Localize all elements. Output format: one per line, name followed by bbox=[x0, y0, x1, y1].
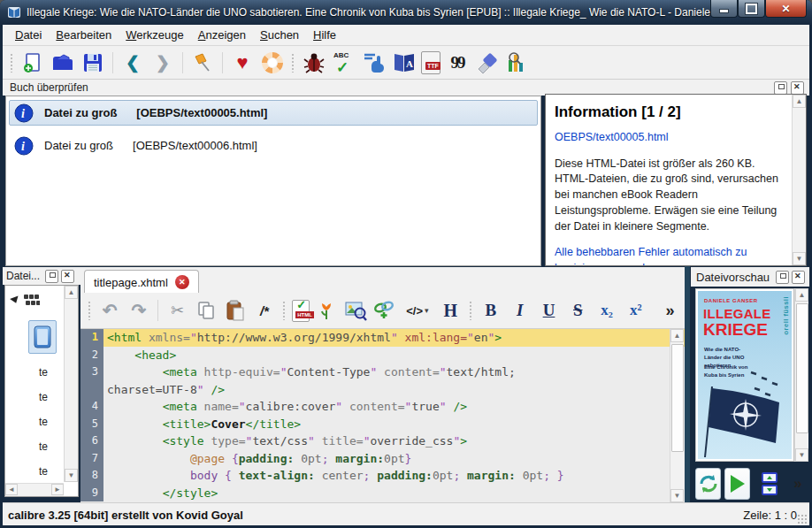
help-lifebuoy-icon[interactable] bbox=[259, 50, 286, 75]
undo-icon[interactable] bbox=[97, 298, 123, 323]
toolbar-grip[interactable] bbox=[10, 53, 14, 73]
forward-icon[interactable] bbox=[149, 50, 176, 75]
code-line[interactable]: 6 <style type="text/css" title="override… bbox=[80, 432, 685, 450]
info-file-link[interactable]: OEBPS/text00005.html bbox=[555, 130, 781, 146]
embed-fonts-ttf-icon[interactable] bbox=[421, 51, 440, 74]
close-panel-icon[interactable] bbox=[792, 271, 805, 284]
insert-tag-icon[interactable] bbox=[401, 298, 434, 323]
code-line[interactable]: 1<html xmlns="http://www.w3.org/1999/xht… bbox=[80, 329, 685, 347]
scroll-down-icon[interactable]: ▼ bbox=[670, 489, 684, 502]
play-icon[interactable] bbox=[724, 468, 750, 500]
maximize-button[interactable] bbox=[738, 0, 765, 18]
toolbar-grip[interactable] bbox=[291, 53, 295, 73]
menu-bearbeiten[interactable]: Bearbeiten bbox=[49, 26, 119, 44]
paste-icon[interactable] bbox=[223, 298, 249, 323]
dock-separator[interactable] bbox=[685, 266, 690, 502]
preview-scrollbar[interactable]: ▲ ▼ bbox=[794, 288, 808, 462]
menu-hilfe[interactable]: Hilfe bbox=[306, 26, 343, 44]
scrollbar-thumb[interactable] bbox=[671, 344, 684, 452]
split-view-icon[interactable] bbox=[759, 471, 780, 496]
code-line[interactable]: 8 body { text-align: center; padding:0pt… bbox=[80, 467, 685, 485]
overflow-chevron-icon[interactable] bbox=[787, 471, 808, 496]
beautify-text-icon[interactable] bbox=[361, 50, 387, 75]
pretty-print-html-icon[interactable] bbox=[292, 300, 310, 322]
code-editor[interactable]: 1<html xmlns="http://www.w3.org/1999/xht… bbox=[80, 329, 685, 502]
smarten-punctuation-icon[interactable] bbox=[444, 50, 471, 75]
code-line[interactable]: 4 <meta name="calibre:cover" content="tr… bbox=[80, 398, 685, 416]
code-line[interactable]: charset=UTF-8" /> bbox=[80, 381, 685, 399]
superscript-icon[interactable] bbox=[623, 298, 648, 323]
float-panel-icon[interactable] bbox=[45, 270, 58, 283]
code-line[interactable]: 9 </style> bbox=[80, 485, 685, 502]
redo-icon[interactable] bbox=[126, 298, 152, 323]
close-button[interactable]: ✕ bbox=[765, 0, 807, 18]
scroll-right-icon[interactable]: ► bbox=[51, 484, 64, 495]
bookmark-pin-icon[interactable] bbox=[189, 50, 216, 75]
code-line[interactable]: 7 @page {padding: 0pt; margin:0pt} bbox=[80, 450, 685, 468]
scroll-up-icon[interactable]: ▲ bbox=[670, 329, 684, 342]
underline-icon[interactable] bbox=[536, 298, 562, 323]
book-cover[interactable]: DANIELE GANSER ILLEGALE KRIEGE Wie die N… bbox=[698, 291, 792, 459]
code-line[interactable]: 5 <title>Cover</title> bbox=[80, 416, 685, 433]
overflow-icon[interactable] bbox=[657, 298, 683, 323]
refresh-icon[interactable] bbox=[695, 468, 721, 500]
scroll-up-icon[interactable]: ▲ bbox=[795, 288, 808, 302]
code-line[interactable]: 2 <head> bbox=[80, 347, 685, 364]
strikethrough-icon[interactable] bbox=[565, 298, 591, 323]
resize-grip[interactable] bbox=[797, 514, 808, 524]
bold-icon[interactable] bbox=[479, 298, 504, 323]
spellcheck-icon[interactable] bbox=[331, 50, 357, 75]
scroll-up-icon[interactable]: ▲ bbox=[65, 286, 78, 299]
editor-scrollbar[interactable]: ▲ ▼ bbox=[670, 329, 684, 502]
scroll-left-icon[interactable]: ◄ bbox=[5, 484, 18, 495]
check-book-bug-icon[interactable] bbox=[301, 50, 327, 75]
check-item-label: Datei zu groß bbox=[44, 106, 117, 119]
titlebar[interactable]: Illegale Kriege: Wie die NATO-Länder die… bbox=[0, 0, 812, 25]
menu-datei[interactable]: Datei bbox=[8, 26, 49, 44]
back-icon[interactable] bbox=[119, 50, 146, 75]
toolbar-grip[interactable] bbox=[282, 301, 287, 320]
toolbar-grip[interactable] bbox=[88, 301, 92, 320]
minimize-button[interactable] bbox=[710, 0, 738, 18]
scroll-up-icon[interactable]: ▲ bbox=[793, 95, 806, 108]
check-item[interactable]: iDatei zu groß[OEBPS/text00006.html] bbox=[9, 133, 538, 158]
menu-anzeigen[interactable]: Anzeigen bbox=[191, 26, 253, 44]
copy-icon[interactable] bbox=[194, 298, 219, 323]
new-file-icon[interactable] bbox=[19, 50, 46, 75]
tab-titlepage[interactable]: titlepage.xhtml ✕ bbox=[84, 270, 199, 294]
save-icon[interactable] bbox=[80, 50, 106, 75]
insert-hyperlink-icon[interactable] bbox=[372, 298, 397, 323]
float-panel-icon[interactable] bbox=[776, 271, 789, 284]
scroll-down-icon[interactable]: ▼ bbox=[795, 448, 808, 462]
subscript-icon[interactable] bbox=[594, 298, 620, 323]
close-panel-icon[interactable] bbox=[61, 270, 74, 283]
toolbar-grip[interactable] bbox=[469, 301, 473, 320]
insert-special-character-icon[interactable] bbox=[313, 298, 339, 323]
scrollbar-thumb[interactable] bbox=[796, 303, 808, 433]
cut-icon[interactable] bbox=[165, 298, 190, 323]
tab-close-icon[interactable]: ✕ bbox=[175, 275, 189, 289]
menu-werkzeuge[interactable]: Werkzeuge bbox=[119, 26, 191, 44]
fix-errors-link[interactable]: Alle behebbaren Fehler automatisch zu ko… bbox=[555, 245, 781, 266]
remove-unused-css-icon[interactable] bbox=[474, 50, 501, 75]
code-line[interactable]: 3 <meta http-equiv="Content-Type" conten… bbox=[80, 363, 685, 381]
open-book-icon[interactable] bbox=[50, 50, 76, 75]
heading-icon[interactable] bbox=[438, 298, 463, 323]
file-browser-hscrollbar[interactable]: ◄ ► bbox=[5, 483, 64, 496]
italic-icon[interactable] bbox=[507, 298, 532, 323]
check-item[interactable]: iDatei zu groß[OEBPS/text00005.html] bbox=[9, 100, 538, 126]
expand-triangle-icon[interactable] bbox=[10, 296, 20, 305]
float-panel-icon[interactable] bbox=[774, 81, 787, 95]
close-panel-icon[interactable] bbox=[791, 81, 804, 95]
scroll-down-icon[interactable]: ▼ bbox=[65, 469, 78, 482]
selected-file-titlepage[interactable] bbox=[28, 320, 57, 354]
donate-heart-icon[interactable] bbox=[229, 50, 256, 75]
menu-suchen[interactable]: Suchen bbox=[253, 26, 306, 44]
comment-icon[interactable] bbox=[252, 298, 278, 323]
polish-book-icon[interactable]: A bbox=[391, 50, 417, 75]
scroll-down-icon[interactable]: ▼ bbox=[793, 252, 806, 265]
reports-icon[interactable] bbox=[504, 50, 531, 75]
file-browser-scrollbar[interactable]: ▲ ▼ bbox=[64, 286, 78, 482]
info-scrollbar[interactable]: ▲ ▼ bbox=[792, 95, 806, 265]
insert-image-icon[interactable] bbox=[342, 298, 368, 323]
